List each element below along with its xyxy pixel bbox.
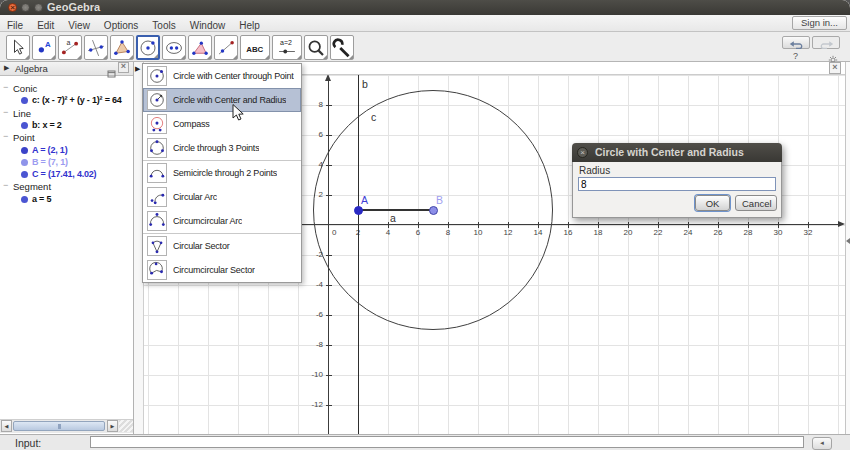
collapse-toggle-icon[interactable]: − xyxy=(3,131,8,141)
x-axis-arrow-icon xyxy=(838,221,845,227)
sign-in-button[interactable]: Sign in... xyxy=(792,16,847,30)
algebra-item[interactable]: B = (7, 1) xyxy=(0,157,133,169)
visibility-bullet-icon[interactable] xyxy=(21,159,28,166)
menu-item-circumcircular-sector[interactable]: Circumcircular Sector xyxy=(143,258,301,282)
y-axis-arrow-icon xyxy=(325,74,331,81)
label-a: a xyxy=(390,212,396,224)
dropdown-corner-icon xyxy=(233,55,237,59)
circle-tools-menu: Circle with Center through PointCircle w… xyxy=(142,63,302,283)
text-tool-button[interactable]: ABC xyxy=(240,35,270,60)
expand-panel-icon[interactable]: ▶ xyxy=(135,65,140,73)
circle-center-radius-icon xyxy=(147,90,167,110)
command-input[interactable] xyxy=(90,436,804,448)
algebra-item[interactable]: b: x = 2 xyxy=(0,120,133,132)
algebra-group-segment[interactable]: −Segment xyxy=(0,181,133,193)
menu-item-circular-sector[interactable]: Circular Sector xyxy=(143,234,301,258)
label-c: c xyxy=(371,111,376,123)
visibility-bullet-icon[interactable] xyxy=(21,171,28,178)
algebra-group-line[interactable]: −Line xyxy=(0,108,133,120)
visibility-bullet-icon[interactable] xyxy=(21,196,28,203)
help-button[interactable]: ? xyxy=(793,51,798,61)
dropdown-corner-icon xyxy=(51,55,55,59)
polygon-tool-button[interactable] xyxy=(110,35,134,60)
input-label: Input: xyxy=(15,437,41,449)
collapse-toggle-icon[interactable]: − xyxy=(3,180,8,190)
input-bar: Input: ◄ xyxy=(0,434,850,450)
scroll-left-icon[interactable]: ◀ xyxy=(1,420,12,432)
menu-bar: FileEditViewOptionsToolsWindowHelp Sign … xyxy=(0,15,850,32)
radius-input[interactable] xyxy=(578,177,776,191)
semicircle-icon xyxy=(147,163,167,183)
window-minimize-button[interactable] xyxy=(21,3,30,12)
visibility-bullet-icon[interactable] xyxy=(21,122,28,129)
visibility-bullet-icon[interactable] xyxy=(21,97,28,104)
algebra-scrollbar[interactable]: ◀ ▶ xyxy=(0,419,133,433)
scrollbar-thumb[interactable] xyxy=(13,421,105,431)
radius-label: Radius xyxy=(579,165,610,176)
circle-tool-button[interactable] xyxy=(136,35,160,60)
mouse-cursor xyxy=(232,104,244,126)
algebra-close-icon[interactable]: × xyxy=(118,62,129,73)
move-graphics-tool-button[interactable] xyxy=(330,35,354,60)
move-tool-button[interactable] xyxy=(6,35,30,60)
x-tick-label: 22 xyxy=(654,228,663,237)
panel-menu-arrow-icon[interactable]: ▶ xyxy=(4,64,9,72)
graphics-close-icon[interactable]: × xyxy=(829,62,841,74)
visibility-bullet-icon[interactable] xyxy=(21,147,28,154)
circumcircular-sector-icon xyxy=(147,260,167,280)
collapse-panel-icon[interactable] xyxy=(846,238,850,244)
collapse-toggle-icon[interactable]: − xyxy=(3,107,8,117)
redo-button[interactable] xyxy=(812,36,840,49)
point-B[interactable] xyxy=(429,206,438,215)
input-help-button[interactable]: ◄ xyxy=(812,437,832,450)
point-A[interactable] xyxy=(354,206,363,215)
menu-item-circumcircular-arc[interactable]: Circumcircular Arc xyxy=(143,209,301,233)
algebra-item[interactable]: a = 5 xyxy=(0,194,133,206)
algebra-tree: −Conicc: (x - 7)² + (y - 1)² = 64−Lineb:… xyxy=(0,75,133,420)
menu-item-compass[interactable]: Compass xyxy=(143,112,301,136)
line-tool-button[interactable] xyxy=(84,35,108,60)
x-tick-label: 18 xyxy=(594,228,603,237)
algebra-title: Algebra xyxy=(15,63,48,74)
angle-tool-button[interactable] xyxy=(188,35,212,60)
collapse-toggle-icon[interactable]: − xyxy=(3,82,8,92)
svg-text:ABC: ABC xyxy=(246,44,263,53)
menu-item-circle-through-3-points[interactable]: Circle through 3 Points xyxy=(143,136,301,160)
algebra-group-point[interactable]: −Point xyxy=(0,132,133,144)
x-tick-label: 28 xyxy=(744,228,753,237)
segment-a[interactable] xyxy=(358,209,433,211)
window-maximize-button[interactable] xyxy=(34,3,43,12)
point-tool-button[interactable]: A xyxy=(32,35,56,60)
dialog-titlebar[interactable]: × Circle with Center and Radius xyxy=(572,143,782,162)
algebra-item[interactable]: C = (17.41, 4.02) xyxy=(0,169,133,181)
geogebra-window: × GeoGebra FileEditViewOptionsToolsWindo… xyxy=(0,0,850,450)
line-b[interactable] xyxy=(358,75,359,434)
svg-text:A: A xyxy=(45,40,51,49)
dropdown-corner-icon xyxy=(129,55,133,59)
dropdown-corner-icon xyxy=(77,55,81,59)
menu-item-semicircle-through-2-points[interactable]: Semicircle through 2 Points xyxy=(143,161,301,185)
window-close-button[interactable]: × xyxy=(8,3,17,12)
slider-tool-button[interactable]: a=2 xyxy=(272,35,302,60)
dropdown-corner-icon xyxy=(25,55,29,59)
perpendicular-line-tool-button[interactable] xyxy=(214,35,238,60)
segment-tool-button[interactable]: a xyxy=(58,35,82,60)
dropdown-corner-icon xyxy=(323,55,327,59)
resize-grip[interactable] xyxy=(119,420,133,432)
conic-tool-button[interactable] xyxy=(162,35,186,60)
dropdown-corner-icon xyxy=(207,55,211,59)
zoom-tool-button[interactable] xyxy=(304,35,328,60)
algebra-item[interactable]: A = (2, 1) xyxy=(0,145,133,157)
menu-item-circle-with-center-through-point[interactable]: Circle with Center through Point xyxy=(143,64,301,88)
cancel-button[interactable]: Cancel xyxy=(735,195,777,211)
undo-button[interactable] xyxy=(782,36,810,49)
dialog-close-icon[interactable]: × xyxy=(577,147,588,158)
toolbar: AaABCa=2 ? xyxy=(0,32,850,62)
menu-item-circle-with-center-and-radius[interactable]: Circle with Center and Radius xyxy=(143,88,301,112)
algebra-item[interactable]: c: (x - 7)² + (y - 1)² = 64 xyxy=(0,95,133,107)
scroll-right-icon[interactable]: ▶ xyxy=(107,420,118,432)
algebra-group-conic[interactable]: −Conic xyxy=(0,83,133,95)
ok-button[interactable]: OK xyxy=(695,195,730,211)
menu-item-circular-arc[interactable]: Circular Arc xyxy=(143,185,301,209)
window-titlebar[interactable]: × GeoGebra xyxy=(0,0,850,15)
